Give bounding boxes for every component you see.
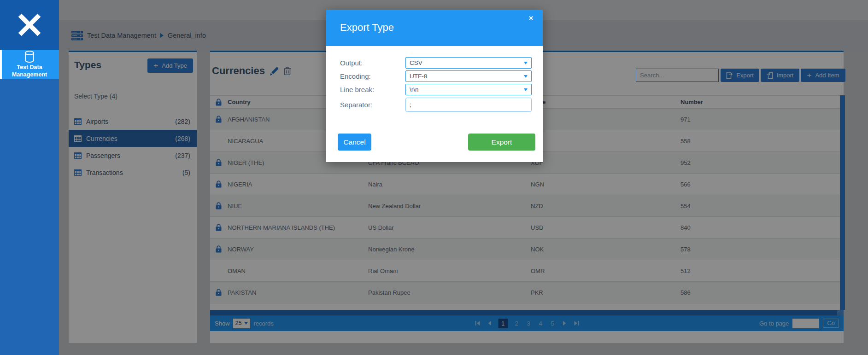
encoding-label: Encoding: (340, 72, 405, 80)
modal-header: Export Type ✕ (326, 10, 543, 46)
output-select[interactable]: CSV (405, 57, 532, 69)
separator-input[interactable] (405, 98, 532, 112)
sidebar-item-test-data-management[interactable]: Test Data Management (0, 50, 59, 79)
linebreak-select[interactable]: \r\n (405, 84, 532, 95)
chevron-down-icon (524, 62, 528, 64)
modal-title: Export Type (340, 22, 394, 34)
separator-label: Separator: (340, 101, 405, 109)
database-icon (24, 51, 35, 63)
close-icon[interactable]: ✕ (528, 15, 534, 22)
modal-export-button[interactable]: Export (468, 134, 535, 151)
cancel-button[interactable]: Cancel (338, 134, 371, 151)
linebreak-value: \r\n (410, 86, 419, 93)
chevron-down-icon (524, 88, 528, 91)
output-label: Output: (340, 59, 405, 67)
linebreak-label: Line break: (340, 86, 405, 93)
app-logo-icon (16, 12, 43, 38)
encoding-value: UTF-8 (410, 73, 427, 80)
sidebar-item-label: Test Data Management (6, 64, 53, 78)
sidebar: Test Data Management (0, 0, 59, 355)
app-logo[interactable] (0, 0, 59, 50)
output-value: CSV (410, 59, 422, 66)
chevron-down-icon (524, 75, 528, 78)
export-type-modal: Export Type ✕ Output: CSV Encoding: UTF-… (326, 10, 543, 162)
encoding-select[interactable]: UTF-8 (405, 70, 532, 82)
